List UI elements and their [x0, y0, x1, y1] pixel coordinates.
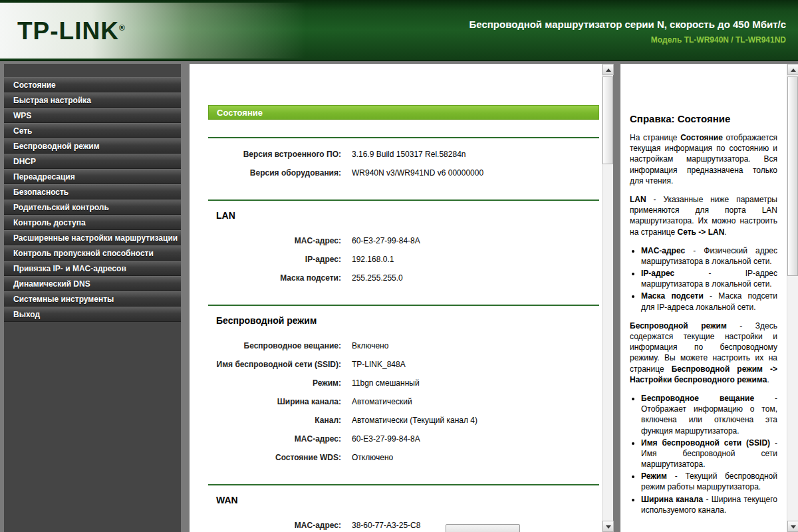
help-bullet-list: MAC-адрес - Физический адрес маршрутизат…	[630, 245, 777, 313]
row-value: 3.16.9 Build 150317 Rel.58284n	[341, 150, 441, 159]
arrow-down-icon	[791, 525, 796, 529]
sidebar-item-1[interactable]: Быстрая настройка	[4, 92, 181, 108]
row-label: Версия оборудования:	[208, 168, 341, 178]
section-heading: Беспроводной режим	[216, 315, 599, 326]
table-row: Ширина канала:Автоматический	[208, 392, 599, 411]
help-paragraph: На странице Состояние отображается текущ…	[630, 132, 777, 186]
table-row: Канал:Автоматически (Текущий канал 4)	[208, 411, 599, 430]
sidebar-item-4[interactable]: Беспроводной режим	[4, 138, 181, 154]
help-bullet-item: Режим - Текущий беспроводной режим работ…	[641, 471, 777, 492]
section-lan: LANMAC-адрес:60-E3-27-99-84-8AIP-адрес:1…	[208, 200, 599, 287]
scroll-down-button[interactable]	[602, 521, 614, 532]
sidebar-item-11[interactable]: Контроль пропускной способности	[4, 245, 181, 261]
main-scrollbar-thumb[interactable]	[602, 76, 613, 164]
row-value: Автоматически (Текущий канал 4)	[341, 416, 441, 425]
row-value: 192.168.0.1	[341, 255, 441, 264]
help-bullet-item: IP-адрес - IP-адрес маршрутизатора в лок…	[641, 268, 777, 289]
row-label: MAC-адрес:	[208, 434, 341, 444]
table-row: Имя беспроводной сети (SSID):TP-LINK_848…	[208, 355, 599, 374]
table-row: Версия встроенного ПО:3.16.9 Build 15031…	[208, 145, 599, 164]
row-value: 11bgn смешанный	[341, 378, 441, 388]
row-value: WR940N v3/WR941ND v6 00000000	[341, 168, 441, 178]
table-row: Режим:11bgn смешанный	[208, 374, 599, 392]
help-title: Справка: Состояние	[630, 113, 777, 124]
row-value: TP-LINK_848A	[341, 360, 441, 369]
row-label: Состояние WDS:	[208, 453, 341, 462]
sidebar-item-6[interactable]: Переадресация	[4, 169, 181, 184]
arrow-up-icon	[791, 68, 796, 72]
row-value: 60-E3-27-99-84-8A	[341, 434, 441, 444]
section-heading: WAN	[216, 495, 599, 505]
table-row: Состояние WDS:Отключено	[208, 448, 599, 467]
page-title: Состояние	[208, 105, 599, 120]
row-label: MAC-адрес:	[208, 236, 341, 245]
section-divider	[208, 305, 599, 306]
row-label: Ширина канала:	[208, 397, 341, 406]
row-value: 38-60-77-A3-25-C8	[341, 521, 441, 530]
help-bullet-item: MAC-адрес - Физический адрес маршрутизат…	[641, 245, 777, 267]
row-label: MAC-адрес:	[208, 521, 341, 530]
table-row: IP-адрес:192.168.0.1	[208, 250, 599, 269]
scroll-down-button[interactable]	[787, 521, 798, 532]
table-row: Маска подсети:255.255.255.0	[208, 269, 599, 287]
sidebar-item-0[interactable]: Состояние	[4, 77, 181, 92]
router-model: Модель TL-WR940N / TL-WR941ND	[469, 35, 786, 45]
table-row: Версия оборудования:WR940N v3/WR941ND v6…	[208, 164, 599, 182]
wan-action-button-partial[interactable]	[446, 524, 520, 532]
sidebar-item-5[interactable]: DHCP	[4, 154, 181, 169]
table-row: MAC-адрес:60-E3-27-99-84-8A	[208, 430, 599, 448]
help-bullet-item: Имя беспроводной сети (SSID) - Имя беспр…	[641, 438, 777, 470]
row-value: Включено	[341, 341, 441, 350]
help-bullet-item: Маска подсети - Маска подсети для IP-адр…	[641, 291, 777, 312]
help-bullet-list: Беспроводное вещание - Отображает информ…	[630, 393, 777, 515]
row-label: Режим:	[208, 378, 341, 388]
arrow-up-icon	[606, 68, 611, 72]
main-panel: Состояние Версия встроенного ПО:3.16.9 B…	[190, 64, 602, 532]
sidebar-item-8[interactable]: Родительский контроль	[4, 200, 181, 215]
scroll-up-button[interactable]	[787, 64, 798, 75]
row-label: Имя беспроводной сети (SSID):	[208, 360, 341, 369]
row-label: Канал:	[208, 416, 341, 425]
scroll-up-button[interactable]	[602, 64, 614, 75]
sidebar-item-9[interactable]: Контроль доступа	[4, 215, 181, 230]
row-label: Версия встроенного ПО:	[208, 150, 341, 159]
help-scrollbar-thumb[interactable]	[787, 76, 798, 276]
row-label: Беспроводное вещание:	[208, 341, 341, 350]
sidebar-item-13[interactable]: Динамический DNS	[4, 276, 181, 291]
sidebar-item-7[interactable]: Безопасность	[4, 184, 181, 200]
row-value: 60-E3-27-99-84-8A	[341, 236, 441, 245]
sidebar-item-12[interactable]: Привязка IP- и MAC-адресов	[4, 261, 181, 276]
help-paragraph: LAN - Указанные ниже параметры применяют…	[630, 194, 777, 237]
table-row: MAC-адрес:60-E3-27-99-84-8A	[208, 231, 599, 250]
section-firmware: Версия встроенного ПО:3.16.9 Build 15031…	[208, 137, 599, 182]
sidebar-item-15[interactable]: Выход	[4, 307, 181, 322]
row-label: Маска подсети:	[208, 273, 341, 283]
table-row: MAC-адрес:38-60-77-A3-25-C8	[208, 516, 599, 532]
help-bullet-item: Беспроводное вещание - Отображает информ…	[641, 393, 777, 436]
section-divider	[208, 484, 599, 485]
section-divider	[208, 200, 599, 201]
section-heading: LAN	[216, 210, 599, 221]
help-paragraph: Беспроводной режим - Здесь содержатся те…	[630, 321, 777, 385]
registered-mark: ®	[119, 23, 126, 33]
section-wireless: Беспроводной режимБеспроводное вещание:В…	[208, 305, 599, 467]
arrow-down-icon	[606, 525, 611, 529]
sidebar-item-2[interactable]: WPS	[4, 108, 181, 123]
section-wan: WANMAC-адрес:38-60-77-A3-25-C8IP-адрес:1…	[208, 484, 599, 532]
header: TP-LINK® Беспроводной маршрутизатор сери…	[0, 0, 798, 61]
tp-link-logo: TP-LINK®	[17, 17, 126, 45]
sidebar-item-10[interactable]: Расширенные настройки маршрутизации	[4, 230, 181, 245]
help-bullet-item: Ширина канала - Ширина текущего использу…	[641, 494, 777, 515]
sidebar-menu: СостояниеБыстрая настройкаWPSСетьБеспров…	[4, 64, 181, 532]
row-label: IP-адрес:	[208, 255, 341, 264]
row-value: Автоматический	[341, 397, 441, 406]
main-scrollbar[interactable]	[602, 64, 613, 532]
sidebar-item-14[interactable]: Системные инструменты	[4, 291, 181, 307]
row-value: Отключено	[341, 453, 441, 462]
table-row: Беспроводное вещание:Включено	[208, 336, 599, 355]
row-value: 255.255.255.0	[341, 273, 441, 283]
sidebar-item-3[interactable]: Сеть	[4, 123, 181, 138]
router-series-title: Беспроводной маршрутизатор серии N, скор…	[469, 19, 786, 30]
help-panel: Справка: Состояние На странице Состояние…	[620, 64, 787, 532]
help-scrollbar[interactable]	[787, 64, 798, 532]
